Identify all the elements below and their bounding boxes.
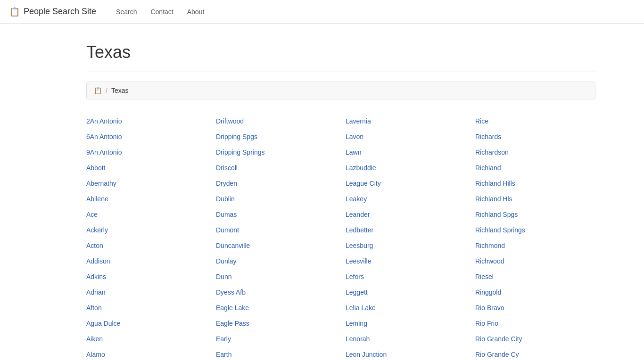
navbar: 📋 People Search Site Search Contact Abou… [0,0,644,24]
city-link[interactable]: Aiken [86,331,206,347]
city-col-4: RiceRichardsRichardsonRichlandRichland H… [475,114,595,362]
city-link[interactable]: Driftwood [216,114,336,129]
city-col-3: LaverniaLavonLawnLazbuddieLeague CityLea… [346,114,466,362]
city-link[interactable]: Duncanville [216,238,336,254]
city-link[interactable]: Driscoll [216,160,336,176]
breadcrumb-separator: / [106,87,107,94]
city-link[interactable]: Acton [86,238,206,254]
city-link[interactable]: Adkins [86,269,206,285]
city-col-2: DriftwoodDripping SpgsDripping SpringsDr… [216,114,336,362]
city-link[interactable]: Leesville [346,254,466,269]
city-link[interactable]: Dumont [216,222,336,238]
city-link[interactable]: Richland Springs [475,222,595,238]
title-divider [86,72,595,72]
city-link[interactable]: Lelia Lake [346,300,466,316]
city-link[interactable]: 6An Antonio [86,129,206,145]
city-link[interactable]: Dripping Spgs [216,129,336,145]
city-link[interactable]: Leming [346,316,466,331]
city-link[interactable]: Leander [346,207,466,222]
city-link[interactable]: Lenorah [346,331,466,347]
city-link[interactable]: Dumas [216,207,336,222]
city-link[interactable]: Lavon [346,129,466,145]
city-link[interactable]: Richland Hls [475,191,595,207]
city-link[interactable]: 9An Antonio [86,145,206,160]
city-link[interactable]: Richwood [475,254,595,269]
city-link[interactable]: Richland [475,160,595,176]
city-link[interactable]: Eagle Pass [216,316,336,331]
city-link[interactable]: Ledbetter [346,222,466,238]
city-link[interactable]: Lavernia [346,114,466,129]
breadcrumb: 📋 / Texas [86,82,595,99]
city-link[interactable]: Lefors [346,269,466,285]
city-link[interactable]: Richland Hills [475,176,595,191]
city-link[interactable]: Ringgold [475,285,595,300]
city-link[interactable]: Richardson [475,145,595,160]
city-link[interactable]: Alamo [86,347,206,362]
city-link[interactable]: Rice [475,114,595,129]
city-link[interactable]: Agua Dulce [86,316,206,331]
city-link[interactable]: Ackerly [86,222,206,238]
brand-icon: 📋 [9,7,20,17]
brand-link[interactable]: 📋 People Search Site [9,7,96,17]
city-grid: 2An Antonio6An Antonio9An AntonioAbbottA… [86,114,595,362]
page-title: Texas [86,42,595,62]
city-link[interactable]: Adrian [86,285,206,300]
city-link[interactable]: Addison [86,254,206,269]
city-link[interactable]: Rio Frio [475,316,595,331]
city-link[interactable]: Richmond [475,238,595,254]
nav-links: Search Contact About [110,4,210,19]
city-link[interactable]: Riesel [475,269,595,285]
city-link[interactable]: Ace [86,207,206,222]
nav-about[interactable]: About [182,4,210,19]
city-link[interactable]: 2An Antonio [86,114,206,129]
nav-search[interactable]: Search [110,4,142,19]
city-link[interactable]: Dripping Springs [216,145,336,160]
city-link[interactable]: Dryden [216,176,336,191]
city-link[interactable]: Abernathy [86,176,206,191]
city-link[interactable]: Afton [86,300,206,316]
city-link[interactable]: Eagle Lake [216,300,336,316]
city-link[interactable]: Richland Spgs [475,207,595,222]
city-link[interactable]: Dunlay [216,254,336,269]
nav-contact[interactable]: Contact [145,4,179,19]
city-link[interactable]: Rio Grande City [475,331,595,347]
city-link[interactable]: Abilene [86,191,206,207]
brand-name: People Search Site [24,7,96,16]
city-link[interactable]: Abbott [86,160,206,176]
city-link[interactable]: Leakey [346,191,466,207]
city-link[interactable]: Dunn [216,269,336,285]
city-link[interactable]: Earth [216,347,336,362]
city-link[interactable]: Dublin [216,191,336,207]
city-link[interactable]: Leesburg [346,238,466,254]
breadcrumb-current: Texas [111,87,129,94]
city-link[interactable]: Dyess Afb [216,285,336,300]
city-link[interactable]: Richards [475,129,595,145]
city-link[interactable]: Rio Bravo [475,300,595,316]
city-link[interactable]: Lazbuddie [346,160,466,176]
city-col-1: 2An Antonio6An Antonio9An AntonioAbbottA… [86,114,206,362]
city-link[interactable]: Leggett [346,285,466,300]
main-content: Texas 📋 / Texas 2An Antonio6An Antonio9A… [39,24,605,362]
city-link[interactable]: Leon Junction [346,347,466,362]
city-link[interactable]: Early [216,331,336,347]
city-link[interactable]: Rio Grande Cy [475,347,595,362]
city-link[interactable]: League City [346,176,466,191]
breadcrumb-icon: 📋 [94,87,102,94]
city-link[interactable]: Lawn [346,145,466,160]
